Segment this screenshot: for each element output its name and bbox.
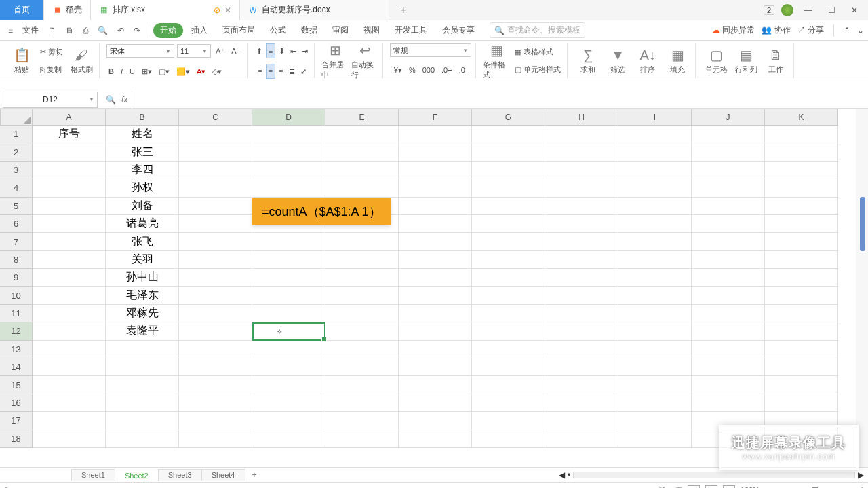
cell-B3[interactable]: 李四 [106,162,179,179]
cell-C9[interactable] [179,269,252,286]
cell-D9[interactable] [252,269,326,286]
redo-icon[interactable]: ↷ [130,23,144,38]
cell-A12[interactable] [33,322,106,340]
border-button[interactable]: ⊞▾ [140,64,154,79]
sum-button[interactable]: ∑求和 [574,48,601,75]
cell-K10[interactable] [765,287,838,305]
quick-preview-icon[interactable]: 🔍 [94,23,112,38]
paste-button[interactable]: 📋粘贴 [8,47,35,75]
cell-E2[interactable] [326,143,399,161]
cell-I18[interactable] [618,430,692,448]
cell-F8[interactable] [399,251,472,269]
cell-D14[interactable] [252,358,326,376]
align-right-button[interactable]: ≡ [277,64,285,79]
cell-C16[interactable] [179,394,252,412]
cell-A17[interactable] [33,412,106,430]
cell-D18[interactable] [252,430,326,448]
font-color-button[interactable]: A▾ [195,64,208,79]
command-search[interactable]: 🔍 查找命令、搜索模板 [490,22,585,38]
cut-button[interactable]: ✂剪切 [38,45,65,60]
cell-button[interactable]: ▢单元格 [703,47,730,75]
comma-button[interactable]: 000 [420,62,437,77]
view-normal-button[interactable] [688,485,700,489]
clipboard-icon[interactable]: ▢ [675,485,682,488]
row-header-2[interactable]: 2 [0,143,33,161]
ribbon-collapse-icon[interactable]: ⌄ [857,26,864,35]
cell-A8[interactable] [33,251,106,269]
cell-H5[interactable] [545,198,618,215]
wrap-text-button[interactable]: ↩自动换行 [351,42,378,80]
cell-I1[interactable] [618,126,692,143]
cell-F13[interactable] [399,341,472,358]
scroll-right-icon[interactable]: ▶ [858,470,864,480]
cell-H3[interactable] [545,162,618,179]
zoom-out-button[interactable]: − [765,486,769,489]
align-bottom-button[interactable]: ⬇ [277,43,287,58]
worksheet-button[interactable]: 🗎工作 [762,48,789,75]
justify-button[interactable]: ≣ [287,64,297,79]
cell-G4[interactable] [472,179,545,197]
cell-C7[interactable] [179,233,252,250]
row-header-10[interactable]: 10 [0,287,33,305]
row-header-13[interactable]: 13 [0,341,33,358]
cell-H11[interactable] [545,305,618,322]
cell-style-button[interactable]: ▢单元格样式 [513,62,563,77]
zoom-value[interactable]: 160% [741,486,760,489]
cell-H6[interactable] [545,215,618,233]
cell-K1[interactable] [765,126,838,143]
row-header-15[interactable]: 15 [0,376,33,394]
font-size-select[interactable]: 11▼ [177,44,211,58]
warning-icon[interactable]: ⊘ [214,5,220,15]
align-middle-button[interactable]: ≡ [266,43,275,58]
cell-E12[interactable] [326,322,399,340]
col-header-B[interactable]: B [106,109,179,126]
cell-J11[interactable] [692,305,765,322]
increase-font-button[interactable]: A⁺ [214,43,226,58]
cell-E14[interactable] [326,358,399,376]
cell-A18[interactable] [33,430,106,448]
cell-F1[interactable] [399,126,472,143]
cell-F10[interactable] [399,287,472,305]
cell-F3[interactable] [399,162,472,179]
cell-D2[interactable] [252,143,326,161]
cell-A11[interactable] [33,305,106,322]
sync-status[interactable]: 同步异常 [722,25,755,35]
cell-B12[interactable]: 袁隆平 [106,322,179,340]
fill-button[interactable]: ▦填充 [664,47,691,75]
row-header-11[interactable]: 11 [0,305,33,322]
number-format-select[interactable]: 常规▼ [390,43,471,57]
menu-tab-view[interactable]: 视图 [357,20,387,41]
cell-I11[interactable] [618,305,692,322]
cell-D7[interactable] [252,233,326,250]
highlight-button[interactable]: 🟨▾ [174,64,192,79]
col-header-J[interactable]: J [692,109,765,126]
cell-H8[interactable] [545,251,618,269]
cell-J1[interactable] [692,126,765,143]
inc-decimal-button[interactable]: .0+ [439,62,454,77]
cell-E4[interactable] [326,179,399,197]
rowcol-button[interactable]: ▤行和列 [732,47,760,75]
cell-E15[interactable] [326,376,399,394]
tab-file2[interactable]: W 自动更新序号.docx [240,0,389,20]
align-top-button[interactable]: ⬆ [254,43,264,58]
name-box[interactable]: D12 ▼ [3,92,98,108]
cell-D1[interactable] [252,126,326,143]
row-header-8[interactable]: 8 [0,251,33,269]
col-header-A[interactable]: A [33,109,106,126]
clear-format-button[interactable]: ◇▾ [210,64,224,79]
cell-A7[interactable] [33,233,106,250]
cell-K4[interactable] [765,179,838,197]
cell-I5[interactable] [618,198,692,215]
align-left-button[interactable]: ≡ [256,64,264,79]
cell-B5[interactable]: 刘备 [106,198,179,215]
view-break-button[interactable] [723,485,735,489]
cell-I16[interactable] [618,394,692,412]
sheet-tab-3[interactable]: Sheet3 [158,469,202,481]
cell-B15[interactable] [106,376,179,394]
menu-tab-data[interactable]: 数据 [294,20,324,41]
cell-K15[interactable] [765,376,838,394]
col-header-F[interactable]: F [399,109,472,126]
cell-J13[interactable] [692,341,765,358]
table-style-button[interactable]: ▦表格样式 [513,45,563,60]
close-icon[interactable]: ✕ [224,5,231,15]
